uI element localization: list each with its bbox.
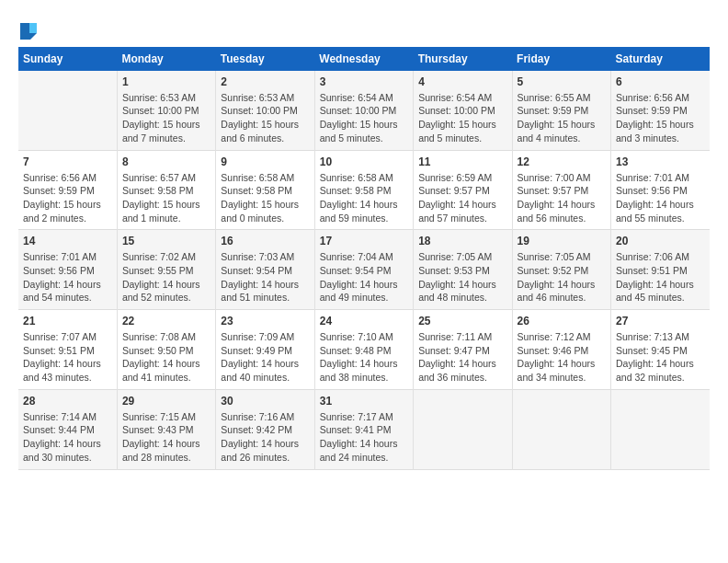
- day-number: 10: [320, 155, 408, 168]
- day-info: Sunrise: 6:59 AM Sunset: 9:57 PM Dayligh…: [418, 171, 506, 225]
- calendar-header-thursday: Thursday: [414, 47, 512, 71]
- day-number: 29: [122, 395, 210, 408]
- day-number: 3: [320, 75, 408, 88]
- day-info: Sunrise: 6:53 AM Sunset: 10:00 PM Daylig…: [221, 91, 309, 145]
- calendar-cell: 16Sunrise: 7:03 AM Sunset: 9:54 PM Dayli…: [216, 230, 314, 310]
- day-number: 20: [616, 235, 705, 247]
- calendar-cell: 4Sunrise: 6:54 AM Sunset: 10:00 PM Dayli…: [414, 71, 512, 150]
- calendar-cell: 15Sunrise: 7:02 AM Sunset: 9:55 PM Dayli…: [117, 230, 215, 310]
- calendar-week-row: 7Sunrise: 6:56 AM Sunset: 9:59 PM Daylig…: [18, 150, 710, 230]
- svg-marker-1: [29, 23, 37, 33]
- calendar-week-row: 1Sunrise: 6:53 AM Sunset: 10:00 PM Dayli…: [18, 71, 710, 150]
- calendar-cell: 23Sunrise: 7:09 AM Sunset: 9:49 PM Dayli…: [216, 310, 314, 390]
- calendar-header-friday: Friday: [512, 47, 610, 71]
- day-info: Sunrise: 7:09 AM Sunset: 9:49 PM Dayligh…: [221, 330, 309, 385]
- calendar-cell: 9Sunrise: 6:58 AM Sunset: 9:58 PM Daylig…: [216, 150, 314, 230]
- logo: [18, 18, 37, 40]
- calendar-cell: 20Sunrise: 7:06 AM Sunset: 9:51 PM Dayli…: [611, 230, 710, 310]
- day-info: Sunrise: 7:07 AM Sunset: 9:51 PM Dayligh…: [23, 330, 112, 385]
- calendar-cell: 12Sunrise: 7:00 AM Sunset: 9:57 PM Dayli…: [512, 150, 610, 230]
- day-number: 27: [616, 315, 705, 327]
- day-number: 2: [221, 75, 309, 88]
- day-number: 31: [320, 395, 408, 408]
- calendar-cell: [512, 389, 610, 469]
- calendar-cell: 5Sunrise: 6:55 AM Sunset: 9:59 PM Daylig…: [512, 71, 610, 150]
- day-number: 30: [221, 395, 309, 408]
- day-number: 26: [518, 315, 606, 327]
- day-info: Sunrise: 7:15 AM Sunset: 9:43 PM Dayligh…: [122, 410, 210, 465]
- day-info: Sunrise: 7:01 AM Sunset: 9:56 PM Dayligh…: [23, 250, 112, 304]
- calendar-cell: 29Sunrise: 7:15 AM Sunset: 9:43 PM Dayli…: [117, 389, 215, 469]
- day-info: Sunrise: 6:55 AM Sunset: 9:59 PM Dayligh…: [518, 91, 606, 145]
- day-number: 28: [23, 395, 112, 408]
- day-number: 25: [418, 315, 506, 327]
- calendar-cell: 25Sunrise: 7:11 AM Sunset: 9:47 PM Dayli…: [414, 310, 512, 390]
- day-info: Sunrise: 7:00 AM Sunset: 9:57 PM Dayligh…: [518, 171, 606, 225]
- calendar-table: SundayMondayTuesdayWednesdayThursdayFrid…: [18, 47, 710, 470]
- calendar-cell: 31Sunrise: 7:17 AM Sunset: 9:41 PM Dayli…: [314, 389, 413, 469]
- day-info: Sunrise: 6:53 AM Sunset: 10:00 PM Daylig…: [122, 91, 210, 145]
- day-number: 22: [122, 315, 210, 327]
- calendar-week-row: 21Sunrise: 7:07 AM Sunset: 9:51 PM Dayli…: [18, 310, 710, 390]
- day-number: 1: [122, 75, 210, 88]
- calendar-cell: 3Sunrise: 6:54 AM Sunset: 10:00 PM Dayli…: [314, 71, 413, 150]
- day-number: 19: [518, 235, 606, 247]
- day-info: Sunrise: 6:58 AM Sunset: 9:58 PM Dayligh…: [221, 171, 309, 225]
- day-number: 17: [320, 235, 408, 247]
- page-header: [18, 18, 710, 40]
- day-number: 18: [418, 235, 506, 247]
- day-info: Sunrise: 7:12 AM Sunset: 9:46 PM Dayligh…: [518, 330, 606, 385]
- day-info: Sunrise: 6:54 AM Sunset: 10:00 PM Daylig…: [320, 91, 408, 145]
- calendar-cell: 11Sunrise: 6:59 AM Sunset: 9:57 PM Dayli…: [414, 150, 512, 230]
- day-info: Sunrise: 7:03 AM Sunset: 9:54 PM Dayligh…: [221, 250, 309, 304]
- day-number: 11: [418, 155, 506, 168]
- calendar-cell: 21Sunrise: 7:07 AM Sunset: 9:51 PM Dayli…: [18, 310, 117, 390]
- day-info: Sunrise: 7:06 AM Sunset: 9:51 PM Dayligh…: [616, 250, 705, 304]
- calendar-cell: [611, 389, 710, 469]
- calendar-cell: 22Sunrise: 7:08 AM Sunset: 9:50 PM Dayli…: [117, 310, 215, 390]
- day-number: 7: [23, 155, 112, 168]
- day-number: 23: [221, 315, 309, 327]
- calendar-header-row: SundayMondayTuesdayWednesdayThursdayFrid…: [18, 47, 710, 71]
- day-number: 14: [23, 235, 112, 247]
- logo-icon: [20, 23, 37, 40]
- day-info: Sunrise: 6:54 AM Sunset: 10:00 PM Daylig…: [418, 91, 506, 145]
- day-info: Sunrise: 7:14 AM Sunset: 9:44 PM Dayligh…: [23, 410, 112, 465]
- day-number: 5: [518, 75, 606, 88]
- calendar-cell: 30Sunrise: 7:16 AM Sunset: 9:42 PM Dayli…: [216, 389, 314, 469]
- day-number: 4: [418, 75, 506, 88]
- day-info: Sunrise: 7:10 AM Sunset: 9:48 PM Dayligh…: [320, 330, 408, 385]
- day-info: Sunrise: 7:13 AM Sunset: 9:45 PM Dayligh…: [616, 330, 705, 385]
- day-number: 21: [23, 315, 112, 327]
- day-info: Sunrise: 7:16 AM Sunset: 9:42 PM Dayligh…: [221, 410, 309, 465]
- day-number: 16: [221, 235, 309, 247]
- day-number: 13: [616, 155, 705, 168]
- day-number: 15: [122, 235, 210, 247]
- day-info: Sunrise: 7:02 AM Sunset: 9:55 PM Dayligh…: [122, 250, 210, 304]
- calendar-cell: 14Sunrise: 7:01 AM Sunset: 9:56 PM Dayli…: [18, 230, 117, 310]
- day-info: Sunrise: 6:58 AM Sunset: 9:58 PM Dayligh…: [320, 171, 408, 225]
- calendar-header-saturday: Saturday: [611, 47, 710, 71]
- calendar-week-row: 14Sunrise: 7:01 AM Sunset: 9:56 PM Dayli…: [18, 230, 710, 310]
- calendar-cell: 19Sunrise: 7:05 AM Sunset: 9:52 PM Dayli…: [512, 230, 610, 310]
- day-info: Sunrise: 7:11 AM Sunset: 9:47 PM Dayligh…: [418, 330, 506, 385]
- day-info: Sunrise: 7:04 AM Sunset: 9:54 PM Dayligh…: [320, 250, 408, 304]
- day-info: Sunrise: 6:57 AM Sunset: 9:58 PM Dayligh…: [122, 171, 210, 225]
- calendar-cell: 24Sunrise: 7:10 AM Sunset: 9:48 PM Dayli…: [314, 310, 413, 390]
- day-info: Sunrise: 7:17 AM Sunset: 9:41 PM Dayligh…: [320, 410, 408, 465]
- calendar-cell: 10Sunrise: 6:58 AM Sunset: 9:58 PM Dayli…: [314, 150, 413, 230]
- day-number: 12: [518, 155, 606, 168]
- calendar-cell: 8Sunrise: 6:57 AM Sunset: 9:58 PM Daylig…: [117, 150, 215, 230]
- calendar-cell: [18, 71, 117, 150]
- day-number: 6: [616, 75, 705, 88]
- calendar-week-row: 28Sunrise: 7:14 AM Sunset: 9:44 PM Dayli…: [18, 389, 710, 469]
- calendar-header-monday: Monday: [117, 47, 215, 71]
- calendar-header-wednesday: Wednesday: [314, 47, 413, 71]
- calendar-cell: 13Sunrise: 7:01 AM Sunset: 9:56 PM Dayli…: [611, 150, 710, 230]
- day-info: Sunrise: 7:08 AM Sunset: 9:50 PM Dayligh…: [122, 330, 210, 385]
- calendar-header-sunday: Sunday: [18, 47, 117, 71]
- day-info: Sunrise: 6:56 AM Sunset: 9:59 PM Dayligh…: [23, 171, 112, 225]
- calendar-cell: 17Sunrise: 7:04 AM Sunset: 9:54 PM Dayli…: [314, 230, 413, 310]
- calendar-cell: 2Sunrise: 6:53 AM Sunset: 10:00 PM Dayli…: [216, 71, 314, 150]
- day-info: Sunrise: 7:01 AM Sunset: 9:56 PM Dayligh…: [616, 171, 705, 225]
